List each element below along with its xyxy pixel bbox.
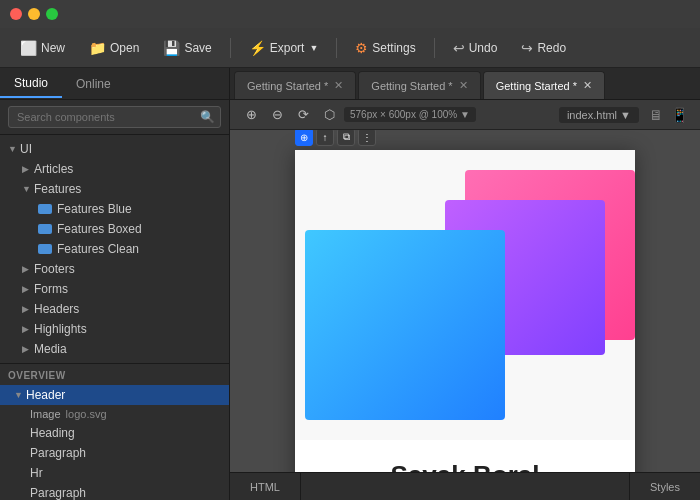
open-icon: 📁 <box>89 40 106 56</box>
component-tree: ▼ UI ▶ Articles ▼ Features Features Blue… <box>0 135 229 500</box>
tab-styles[interactable]: Styles <box>629 473 700 500</box>
sidebar: 🔍 ▼ UI ▶ Articles ▼ Features Features Bl… <box>0 100 230 500</box>
component-icon <box>38 244 52 254</box>
maximize-button[interactable] <box>46 8 58 20</box>
canvas-file-label[interactable]: index.html ▼ <box>559 107 639 123</box>
frame-select-icon[interactable]: ⊕ <box>295 130 313 146</box>
arrow-icon: ▶ <box>22 304 34 314</box>
deco-block-blue <box>305 230 505 420</box>
tab-html[interactable]: HTML <box>230 473 301 500</box>
zoom-out-tool[interactable]: ⊖ <box>266 104 288 126</box>
overview-item-paragraph-1[interactable]: Paragraph <box>0 443 229 463</box>
frame-up-icon[interactable]: ↑ <box>316 130 334 146</box>
tree-item-media[interactable]: ▶ Media <box>0 339 229 359</box>
tree-item-features-blue[interactable]: Features Blue <box>0 199 229 219</box>
save-icon: 💾 <box>163 40 180 56</box>
main-layout: 🔍 ▼ UI ▶ Articles ▼ Features Features Bl… <box>0 100 700 500</box>
device-icons: 🖥 📱 <box>647 105 690 125</box>
toolbar: ⬜ New 📁 Open 💾 Save ⚡ Export ▼ ⚙ Setting… <box>0 28 700 68</box>
arrow-icon: ▶ <box>22 344 34 354</box>
arrow-icon: ▼ <box>14 390 26 400</box>
export-button[interactable]: ⚡ Export ▼ <box>239 36 329 60</box>
redo-button[interactable]: ↪ Redo <box>511 36 576 60</box>
close-button[interactable] <box>10 8 22 20</box>
close-tab-2-icon[interactable]: ✕ <box>459 79 468 92</box>
document-tabs: Getting Started * ✕ Getting Started * ✕ … <box>230 68 607 99</box>
rotate-tool[interactable]: ⟳ <box>292 104 314 126</box>
desktop-icon[interactable]: 🖥 <box>647 105 665 125</box>
tree-item-headers[interactable]: ▶ Headers <box>0 299 229 319</box>
tree-item-footers[interactable]: ▶ Footers <box>0 259 229 279</box>
arrow-icon: ▼ <box>22 184 34 194</box>
tree-item-features-clean[interactable]: Features Clean <box>0 239 229 259</box>
overview-item-heading[interactable]: Heading <box>0 423 229 443</box>
canvas-text-section: Sayak Boral NEW WEBSITE <box>295 440 635 472</box>
separator3 <box>434 38 435 58</box>
separator2 <box>336 38 337 58</box>
canvas-size-label[interactable]: 576px × 600px @ 100% ▼ <box>344 107 476 122</box>
canvas-toolbar: ⊕ ⊖ ⟳ ⬡ 576px × 600px @ 100% ▼ index.htm… <box>230 100 700 130</box>
overview-item-hr[interactable]: Hr <box>0 463 229 483</box>
settings-button[interactable]: ⚙ Settings <box>345 36 425 60</box>
tab-row: Studio Online Getting Started * ✕ Gettin… <box>0 68 700 100</box>
overview-item-paragraph-2[interactable]: Paragraph <box>0 483 229 500</box>
canvas-visual-area <box>295 150 635 440</box>
canvas-tools: ⊕ ⊖ ⟳ ⬡ 576px × 600px @ 100% ▼ <box>240 104 551 126</box>
mobile-icon[interactable]: 📱 <box>669 105 690 125</box>
dropdown-arrow-icon: ▼ <box>309 43 318 53</box>
grid-tool[interactable]: ⬡ <box>318 104 340 126</box>
settings-icon: ⚙ <box>355 40 368 56</box>
arrow-icon: ▶ <box>22 324 34 334</box>
save-button[interactable]: 💾 Save <box>153 36 221 60</box>
overview-item-header[interactable]: ▼ Header <box>0 385 229 405</box>
tab-studio[interactable]: Studio <box>0 70 62 98</box>
undo-icon: ↩ <box>453 40 465 56</box>
search-box: 🔍 <box>0 100 229 135</box>
arrow-icon: ▶ <box>22 164 34 174</box>
minimize-button[interactable] <box>28 8 40 20</box>
tree-item-forms[interactable]: ▶ Forms <box>0 279 229 299</box>
zoom-in-tool[interactable]: ⊕ <box>240 104 262 126</box>
titlebar <box>0 0 700 28</box>
frame-copy-icon[interactable]: ⧉ <box>337 130 355 146</box>
frame-toolbar: ⊕ ↑ ⧉ ⋮ <box>295 130 376 146</box>
tree-item-highlights[interactable]: ▶ Highlights <box>0 319 229 339</box>
export-icon: ⚡ <box>249 40 266 56</box>
canvas-heading: Sayak Boral <box>315 460 615 472</box>
tab-online[interactable]: Online <box>62 71 125 97</box>
tree-item-features-boxed[interactable]: Features Boxed <box>0 219 229 239</box>
new-button[interactable]: ⬜ New <box>10 36 75 60</box>
overview-item-image[interactable]: Image logo.svg <box>0 405 229 423</box>
tree-item-ui[interactable]: ▼ UI <box>0 139 229 159</box>
close-tab-1-icon[interactable]: ✕ <box>334 79 343 92</box>
search-input[interactable] <box>8 106 221 128</box>
redo-icon: ↪ <box>521 40 533 56</box>
open-button[interactable]: 📁 Open <box>79 36 149 60</box>
tree-item-features[interactable]: ▼ Features <box>0 179 229 199</box>
overview-header: Overview <box>0 364 229 385</box>
arrow-icon: ▶ <box>22 284 34 294</box>
tab-doc-3[interactable]: Getting Started * ✕ <box>483 71 605 99</box>
arrow-icon: ▼ <box>8 144 20 154</box>
arrow-icon: ▶ <box>22 264 34 274</box>
tab-doc-2[interactable]: Getting Started * ✕ <box>358 71 480 99</box>
component-icon <box>38 204 52 214</box>
close-tab-3-icon[interactable]: ✕ <box>583 79 592 92</box>
frame-more-icon[interactable]: ⋮ <box>358 130 376 146</box>
search-icon: 🔍 <box>200 110 215 124</box>
undo-button[interactable]: ↩ Undo <box>443 36 508 60</box>
canvas: ⊕ ↑ ⧉ ⋮ Sayak Boral NEW WEBSITE <box>230 130 700 472</box>
new-icon: ⬜ <box>20 40 37 56</box>
canvas-frame: ⊕ ↑ ⧉ ⋮ Sayak Boral NEW WEBSITE <box>295 150 635 472</box>
tab-doc-1[interactable]: Getting Started * ✕ <box>234 71 356 99</box>
tree-item-articles[interactable]: ▶ Articles <box>0 159 229 179</box>
separator <box>230 38 231 58</box>
content-area: ⊕ ⊖ ⟳ ⬡ 576px × 600px @ 100% ▼ index.htm… <box>230 100 700 500</box>
component-icon <box>38 224 52 234</box>
bottom-bar: HTML Styles <box>230 472 700 500</box>
sidebar-tab-row: Studio Online <box>0 68 230 99</box>
